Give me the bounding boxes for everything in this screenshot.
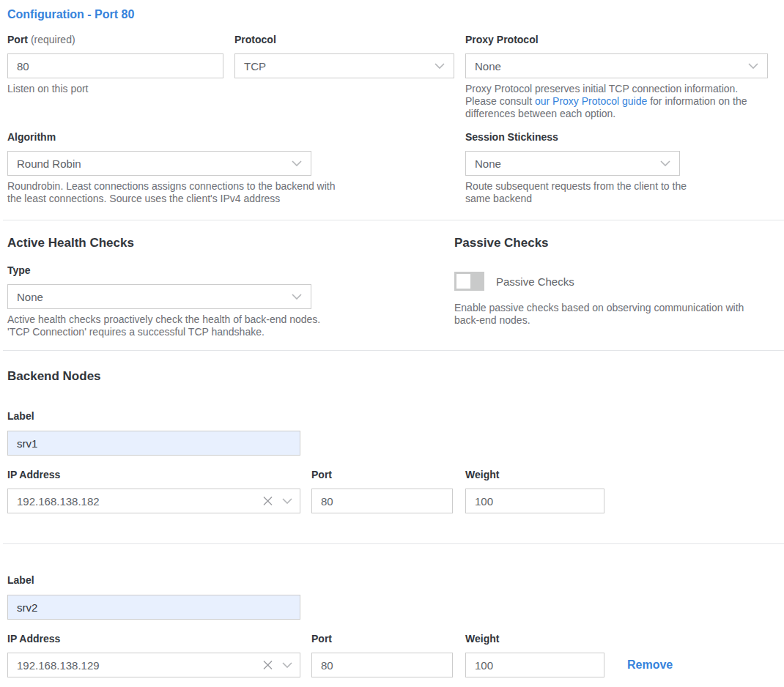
protocol-select-value: TCP bbox=[244, 60, 266, 73]
health-checks-section: Active Health Checks Type None Active he… bbox=[7, 236, 768, 338]
node-weight-label: Weight bbox=[465, 469, 604, 480]
proxy-protocol-helper: Proxy Protocol preserves initial TCP con… bbox=[465, 83, 768, 120]
chevron-down-icon[interactable] bbox=[282, 498, 292, 504]
proxy-protocol-guide-link[interactable]: our Proxy Protocol guide bbox=[535, 95, 647, 107]
node-weight-label: Weight bbox=[465, 634, 604, 645]
health-check-type-select-value: None bbox=[17, 291, 43, 303]
config-row-2: Algorithm Round Robin Roundrobin. Least … bbox=[7, 132, 768, 205]
chevron-down-icon[interactable] bbox=[282, 662, 292, 668]
node-weight-input[interactable] bbox=[465, 489, 604, 513]
node-ip-label: IP Address bbox=[7, 469, 300, 480]
port-helper: Listen on this port bbox=[7, 83, 223, 95]
chevron-down-icon bbox=[748, 63, 758, 69]
chevron-down-icon bbox=[292, 294, 302, 300]
health-check-type-helper: Active health checks proactively check t… bbox=[7, 313, 322, 338]
port-input[interactable] bbox=[7, 53, 223, 78]
chevron-down-icon bbox=[660, 160, 670, 166]
port-configuration-page: Configuration - Port 80 Port (required) … bbox=[0, 0, 784, 687]
node-fields-row: IP Address Port Weight bbox=[7, 469, 768, 513]
backend-node-row: Label IP Address Port W bbox=[7, 575, 768, 677]
health-check-type-select[interactable]: None bbox=[7, 284, 311, 309]
session-stickiness-select-value: None bbox=[475, 157, 501, 170]
algorithm-select[interactable]: Round Robin bbox=[7, 151, 311, 176]
session-stickiness-select[interactable]: None bbox=[465, 151, 680, 176]
port-required-note: (required) bbox=[31, 34, 75, 45]
node-ip-input[interactable] bbox=[7, 653, 300, 677]
chevron-down-icon bbox=[434, 63, 445, 69]
section-divider bbox=[3, 220, 784, 220]
node-label-label: Label bbox=[7, 411, 768, 422]
health-check-type-label: Type bbox=[7, 265, 454, 276]
proxy-protocol-select-value: None bbox=[475, 60, 501, 73]
node-weight-input[interactable] bbox=[465, 653, 604, 677]
backend-node-row: Label IP Address Port W bbox=[7, 411, 768, 513]
toggle-knob bbox=[456, 274, 470, 289]
node-label-label: Label bbox=[7, 575, 768, 586]
passive-checks-toggle-row: Passive Checks bbox=[454, 272, 757, 291]
passive-checks-toggle[interactable] bbox=[454, 272, 484, 291]
passive-checks-heading: Passive Checks bbox=[454, 236, 757, 250]
session-stickiness-helper: Route subsequent requests from the clien… bbox=[465, 180, 692, 205]
node-port-input[interactable] bbox=[311, 653, 453, 677]
clear-icon[interactable] bbox=[263, 661, 273, 670]
proxy-protocol-select[interactable]: None bbox=[465, 53, 768, 78]
passive-checks-toggle-label: Passive Checks bbox=[496, 275, 574, 288]
clear-icon[interactable] bbox=[263, 497, 273, 506]
node-ip-label: IP Address bbox=[7, 634, 300, 645]
node-label-input[interactable] bbox=[7, 595, 300, 620]
section-divider bbox=[3, 350, 784, 351]
node-label-input[interactable] bbox=[7, 431, 300, 456]
algorithm-label: Algorithm bbox=[7, 132, 454, 143]
node-port-label: Port bbox=[311, 634, 453, 645]
node-port-input[interactable] bbox=[311, 489, 453, 513]
port-label: Port (required) bbox=[7, 34, 223, 45]
node-ip-input[interactable] bbox=[7, 489, 300, 513]
passive-checks-helper: Enable passive checks based on observing… bbox=[454, 302, 757, 327]
node-port-label: Port bbox=[311, 469, 453, 480]
backend-nodes-heading: Backend Nodes bbox=[7, 369, 768, 383]
remove-node-button[interactable]: Remove bbox=[627, 658, 673, 672]
config-row-1: Port (required) Listen on this port Prot… bbox=[7, 34, 768, 120]
protocol-label: Protocol bbox=[234, 34, 454, 45]
algorithm-select-value: Round Robin bbox=[17, 157, 81, 170]
chevron-down-icon bbox=[292, 160, 302, 166]
node-divider bbox=[3, 543, 784, 544]
protocol-select[interactable]: TCP bbox=[234, 53, 454, 78]
active-health-checks-heading: Active Health Checks bbox=[7, 236, 454, 250]
proxy-protocol-label: Proxy Protocol bbox=[465, 34, 768, 45]
node-fields-row: IP Address Port Weight bbox=[7, 634, 768, 677]
algorithm-helper: Roundrobin. Least connections assigns co… bbox=[7, 180, 352, 205]
page-title: Configuration - Port 80 bbox=[7, 7, 768, 22]
session-stickiness-label: Session Stickiness bbox=[465, 132, 768, 143]
